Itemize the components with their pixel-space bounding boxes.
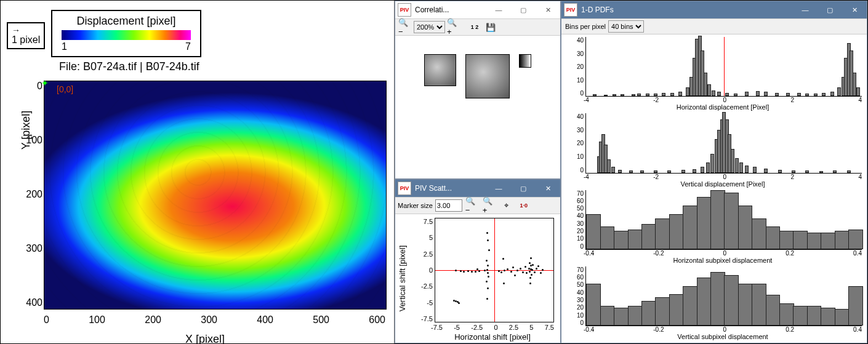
pdf-histogram[interactable]: [585, 37, 862, 97]
scatter-point: [487, 287, 489, 289]
thumbnail-window-b[interactable]: [465, 54, 510, 98]
target-button[interactable]: ⌖: [499, 198, 514, 213]
histogram-bar: [586, 214, 601, 249]
side-by-side-button[interactable]: 1 2: [467, 20, 482, 34]
scatter-plot[interactable]: [435, 218, 554, 322]
marker-size-input[interactable]: [435, 199, 462, 212]
close-button[interactable]: ✕: [842, 1, 867, 18]
pdf-xlabel: Vertical subpixel displacement: [584, 333, 862, 340]
histogram-bar: [662, 93, 665, 96]
correlation-window: PIV Correlati... — ▢ ✕ 🔍− 50%100%150%200…: [395, 1, 561, 179]
histogram-icon: 1·0: [520, 202, 528, 209]
zoom-in-button[interactable]: 🔍+: [446, 20, 461, 34]
close-button[interactable]: ✕: [536, 1, 560, 18]
pdf-histogram[interactable]: [585, 266, 862, 326]
pdf-histogram[interactable]: [585, 190, 862, 250]
pdf-xlabel: Horizontal subpixel displacement: [584, 257, 862, 264]
histogram-bar: [614, 231, 629, 249]
scatter-point: [478, 270, 480, 272]
scatter-point: [530, 257, 532, 259]
histogram-bar: [618, 170, 622, 172]
zoom-out-button[interactable]: 🔍−: [398, 20, 412, 34]
heatmap-plot[interactable]: ✦ [0,0]: [44, 81, 387, 310]
histogram-bar: [611, 167, 615, 172]
histogram-bar: [766, 295, 781, 326]
histogram-bar: [793, 306, 808, 326]
zoom-in-icon: 🔍+: [447, 18, 460, 36]
histogram-bar: [793, 231, 808, 249]
columns-icon: 1 2: [471, 24, 479, 30]
maximize-button[interactable]: ▢: [818, 1, 842, 18]
scatter-point: [486, 232, 488, 234]
histogram-bar: [613, 94, 616, 96]
histogram-bar: [667, 170, 671, 173]
scatter-point: [529, 262, 531, 264]
histogram-bar: [710, 190, 725, 249]
histogram-bar: [600, 226, 615, 249]
zoom-out-icon: 🔍−: [398, 18, 412, 36]
zoom-out-button[interactable]: 🔍−: [465, 198, 480, 213]
pdfs-title: 1-D PDFs: [580, 6, 793, 14]
minimize-button[interactable]: —: [486, 180, 511, 197]
maximize-button[interactable]: ▢: [511, 1, 536, 18]
zoom-in-button[interactable]: 🔍+: [482, 198, 497, 213]
pdfs-titlebar[interactable]: PIV 1-D PDFs — ▢ ✕: [561, 1, 867, 19]
scatter-point: [522, 271, 524, 273]
scatter-point: [484, 270, 486, 271]
histogram-bar: [853, 73, 856, 96]
pdf-xlabel: Horizontal displacement [Pixel]: [584, 103, 862, 111]
histogram-bar: [830, 92, 834, 96]
minimize-button[interactable]: —: [486, 1, 511, 18]
histogram-bar: [835, 309, 850, 326]
histogram-bar: [739, 162, 743, 172]
histogram-bar: [641, 301, 656, 326]
histogram-bar: [752, 218, 766, 249]
histogram-bar: [681, 170, 685, 172]
histogram-bar: [822, 93, 826, 97]
scatter-point: [524, 266, 526, 268]
histogram-bar: [683, 286, 697, 326]
zoom-select[interactable]: 50%100%150%200%400%: [414, 21, 445, 33]
histogram-bar: [654, 170, 657, 173]
histogram-bar: [837, 87, 841, 96]
histogram-bar: [683, 206, 697, 249]
arrow-right-icon: →: [12, 26, 40, 34]
scatter-ylabel: Vertical shift [pixel]: [398, 246, 408, 312]
scatter-point: [516, 270, 518, 271]
app-icon: PIV: [398, 182, 411, 195]
scatter-point: [504, 270, 505, 271]
bins-select[interactable]: 40 bins: [608, 20, 644, 33]
scatter-xticks: -7.5-5-2.502.557.5: [431, 322, 554, 331]
histogram-bar: [710, 154, 714, 173]
scatter-point: [487, 272, 489, 274]
target-icon: ⌖: [504, 201, 508, 210]
colorbar-legend: Displacement [pixel] 1 7: [51, 10, 201, 57]
thumbnail-correlation-peak[interactable]: [519, 54, 531, 68]
minimize-button[interactable]: —: [793, 1, 818, 18]
histogram-bar: [669, 214, 684, 249]
colorbar-min: 1: [62, 41, 67, 52]
histogram-bar: [775, 93, 779, 97]
maximize-button[interactable]: ▢: [511, 180, 536, 197]
scatter-point: [540, 272, 542, 274]
save-button[interactable]: 💾: [483, 20, 498, 34]
histogram-bar: [593, 94, 597, 96]
histogram-bar: [710, 272, 725, 326]
scatter-titlebar[interactable]: PIV PIV Scatt... — ▢ ✕: [395, 180, 560, 198]
histogram-bar: [614, 308, 629, 326]
histogram-bar: [819, 171, 823, 173]
pdf-chart-3: 706050403020100-0.4-0.200.20.4Vertical s…: [566, 266, 862, 340]
scatter-point: [486, 269, 488, 271]
scatter-point: [542, 269, 544, 271]
scatter-point: [488, 276, 489, 278]
histogram-bar: [629, 170, 633, 173]
pdf-histogram[interactable]: [585, 113, 862, 173]
close-button[interactable]: ✕: [536, 180, 560, 197]
histogram-bar: [805, 170, 809, 172]
y-ticks: 0100200300400: [25, 81, 42, 308]
thumbnail-window-a[interactable]: [424, 54, 456, 86]
correlation-titlebar[interactable]: PIV Correlati... — ▢ ✕: [395, 1, 560, 19]
histogram-button[interactable]: 1·0: [516, 198, 531, 213]
pdf-chart-1: 403020100-4-2024Vertical displacement [P…: [566, 113, 862, 187]
scale-legend: → 1 pixel: [7, 22, 45, 49]
